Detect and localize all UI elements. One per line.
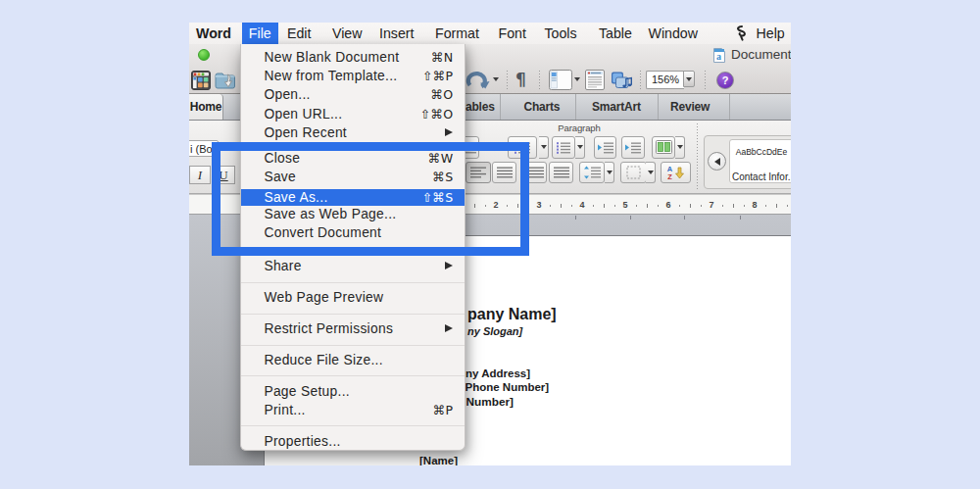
menu-item-properties[interactable]: Properties... bbox=[241, 432, 465, 451]
menu-item-web-page-preview[interactable]: Web Page Preview bbox=[241, 288, 465, 307]
increase-indent-button[interactable] bbox=[621, 136, 645, 159]
toolbox-icon[interactable] bbox=[191, 71, 211, 90]
tab-separator bbox=[658, 94, 659, 120]
menu-item-label: Properties... bbox=[264, 432, 340, 451]
toolbar-separator bbox=[705, 71, 706, 90]
ruler-number: 5 bbox=[620, 200, 630, 210]
borders-button[interactable] bbox=[620, 162, 647, 184]
sidebar-layout-icon[interactable] bbox=[549, 70, 572, 90]
tab-smartart[interactable]: SmartArt bbox=[592, 94, 641, 120]
ruler-tick bbox=[614, 205, 615, 207]
document-text-company-slogan: ny Slogan] bbox=[467, 325, 522, 337]
margin-tick bbox=[575, 216, 576, 220]
menubar-item-view[interactable]: View bbox=[332, 23, 363, 44]
document-text-company-name: pany Name] bbox=[467, 306, 557, 323]
menu-item-label: Web Page Preview bbox=[264, 288, 383, 307]
menubar-item-window[interactable]: Window bbox=[649, 23, 698, 44]
menubar-item-insert[interactable]: Insert bbox=[379, 23, 414, 44]
toolbar-separator bbox=[539, 71, 540, 90]
menu-item-open-url[interactable]: Open URL...⇧⌘O bbox=[241, 105, 465, 123]
decrease-indent-button[interactable] bbox=[594, 136, 616, 159]
sidebar-dropdown-icon[interactable] bbox=[574, 77, 580, 81]
menu-item-label: New from Template... bbox=[264, 67, 397, 85]
menubar-item-font[interactable]: Font bbox=[499, 23, 526, 44]
tab-home[interactable]: Home bbox=[189, 94, 223, 120]
ruler-tick bbox=[765, 205, 766, 207]
ruler-tick bbox=[604, 204, 605, 208]
menu-separator bbox=[241, 425, 465, 426]
ruler-tick bbox=[722, 205, 723, 207]
menu-item-print[interactable]: Print...⌘P bbox=[241, 401, 465, 419]
zoom-level-input[interactable]: 156% bbox=[646, 71, 684, 89]
ruler-tick bbox=[701, 205, 702, 207]
document-text-body: [Name] bbox=[419, 455, 458, 465]
menubar-item-table[interactable]: Table bbox=[599, 23, 632, 44]
ruler-tick bbox=[679, 205, 680, 207]
menubar-item-word[interactable]: Word bbox=[196, 23, 231, 44]
ruler-tick bbox=[690, 204, 691, 208]
numbering-button-dropdown[interactable] bbox=[539, 136, 549, 159]
line-spacing-button-dropdown[interactable] bbox=[605, 162, 614, 184]
notebook-icon[interactable] bbox=[585, 70, 605, 90]
tab-charts[interactable]: Charts bbox=[524, 94, 561, 120]
columns-button-dropdown[interactable] bbox=[675, 136, 685, 159]
menubar-item-edit[interactable]: Edit bbox=[287, 23, 311, 44]
italic-button[interactable]: I bbox=[189, 166, 211, 184]
line-spacing-button[interactable] bbox=[579, 162, 605, 184]
redo-icon[interactable] bbox=[466, 70, 491, 89]
multilevel-list-button[interactable] bbox=[552, 136, 575, 159]
document-proxy-icon: a bbox=[713, 48, 725, 67]
menu-item-new-from-template[interactable]: New from Template...⇧⌘P bbox=[241, 67, 465, 85]
ruler-tick bbox=[636, 205, 637, 207]
redo-dropdown-icon[interactable] bbox=[493, 77, 499, 81]
toolbar-separator bbox=[640, 71, 641, 90]
ruler-tick bbox=[593, 205, 594, 207]
ruler-number: 7 bbox=[707, 200, 716, 210]
sort-button[interactable]: AZ bbox=[661, 162, 691, 184]
menu-item-open-recent[interactable]: Open Recent bbox=[241, 123, 465, 142]
multilevel-list-button-dropdown[interactable] bbox=[575, 136, 585, 159]
menubar-item-help[interactable]: Help bbox=[757, 23, 785, 44]
menu-item-shortcut: ⌘N bbox=[431, 48, 454, 67]
document-text-body: ny Address] bbox=[466, 367, 530, 379]
tab-separator bbox=[500, 94, 501, 120]
margin-tick bbox=[740, 216, 741, 220]
menu-item-new-blank-document[interactable]: New Blank Document⌘N bbox=[241, 48, 465, 67]
menu-item-reduce-file-size[interactable]: Reduce File Size... bbox=[241, 351, 465, 369]
menu-item-restrict-permissions[interactable]: Restrict Permissions bbox=[241, 319, 465, 338]
menu-item-label: Reduce File Size... bbox=[264, 351, 383, 369]
zoom-dropdown-button[interactable] bbox=[683, 71, 695, 87]
help-icon[interactable]: ? bbox=[716, 72, 734, 89]
justify-button[interactable] bbox=[549, 162, 573, 184]
toolbar-separator bbox=[507, 71, 508, 90]
menu-bar: WordFileEditViewInsertFormatFontToolsTab… bbox=[189, 23, 791, 45]
menu-item-share[interactable]: Share bbox=[241, 257, 465, 275]
menu-item-label: Page Setup... bbox=[264, 382, 350, 401]
menu-item-open[interactable]: Open...⌘O bbox=[241, 85, 465, 104]
applescript-icon[interactable] bbox=[734, 25, 750, 45]
show-formatting-icon[interactable]: ¶ bbox=[515, 70, 526, 89]
tab-separator bbox=[729, 94, 730, 120]
menubar-item-format[interactable]: Format bbox=[435, 23, 479, 44]
ruler-tick bbox=[744, 205, 745, 207]
menu-item-label: Share bbox=[264, 257, 301, 275]
svg-text:a: a bbox=[716, 51, 721, 62]
menu-separator bbox=[241, 345, 465, 346]
style-name-label: Contact Infor... bbox=[732, 171, 791, 182]
menubar-item-file[interactable]: File bbox=[242, 23, 279, 44]
traffic-light-green[interactable] bbox=[198, 49, 210, 61]
document-text-body: Phone Number] bbox=[466, 381, 550, 393]
borders-button-dropdown[interactable] bbox=[646, 162, 656, 184]
columns-button[interactable] bbox=[652, 136, 675, 159]
menubar-item-tools[interactable]: Tools bbox=[545, 23, 577, 44]
menu-separator bbox=[241, 314, 465, 315]
menu-separator bbox=[241, 375, 465, 376]
menu-item-page-setup[interactable]: Page Setup... bbox=[241, 382, 465, 401]
menu-item-shortcut: ⇧⌘P bbox=[422, 67, 454, 85]
tab-tables[interactable]: ables bbox=[466, 94, 495, 120]
media-browser-icon[interactable] bbox=[611, 70, 632, 90]
ruler-number: 4 bbox=[577, 200, 587, 210]
styles-scroll-left-button[interactable] bbox=[708, 152, 726, 171]
tab-review[interactable]: Review bbox=[670, 94, 710, 120]
open-folder-icon[interactable] bbox=[215, 70, 237, 91]
